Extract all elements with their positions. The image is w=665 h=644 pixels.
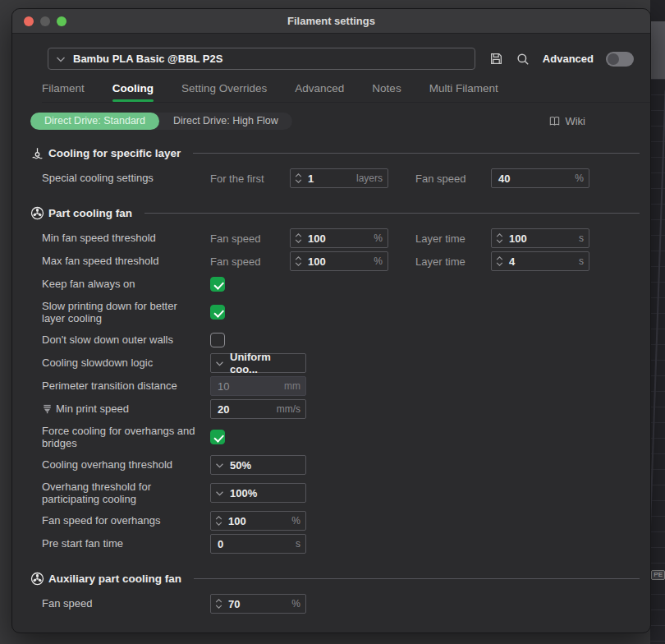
pre-start-fan-time-row: Pre start fan time 0 s [42, 532, 640, 555]
preset-combobox[interactable]: Bambu PLA Basic @BBL P2S [48, 48, 475, 70]
aux-fan-speed-spinner[interactable]: 70 % [210, 594, 306, 614]
min-fan-speed-spinner[interactable]: 100 % [290, 228, 388, 248]
perimeter-transition-row: Perimeter transition distance 10 mm [42, 375, 640, 398]
chevron-down-icon [215, 361, 224, 366]
fan-speed-overhangs-row: Fan speed for overhangs 100 % [42, 509, 640, 532]
titlebar[interactable]: Filament settings [12, 9, 650, 34]
spin-buttons[interactable] [496, 256, 503, 266]
min-print-speed-input[interactable]: 20 mm/s [210, 399, 306, 419]
perimeter-transition-input: 10 mm [210, 376, 306, 396]
section-divider [193, 153, 640, 154]
extruder-variant-selector: Direct Drive: Standard Direct Drive: Hig… [30, 113, 292, 130]
nozzle-icon [42, 403, 53, 415]
spin-buttons[interactable] [215, 516, 222, 526]
max-fan-threshold-row: Max fan speed threshold Fan speed 100 % … [42, 250, 640, 273]
spin-buttons[interactable] [215, 599, 222, 609]
advanced-toggle[interactable] [606, 52, 634, 67]
force-cooling-row: Force cooling for overhangs and bridges [42, 421, 640, 453]
tab-multi-filament[interactable]: Multi Filament [429, 82, 498, 94]
thermometer-icon [30, 146, 44, 160]
window-title: Filament settings [12, 15, 650, 27]
tab-advanced[interactable]: Advanced [295, 82, 344, 94]
tab-cooling[interactable]: Cooling [112, 82, 154, 94]
wiki-link[interactable]: Wiki [548, 115, 585, 127]
cooling-overhang-threshold-row: Cooling overhang threshold 50% [42, 453, 640, 476]
zoom-button[interactable] [57, 16, 66, 26]
section-divider [144, 213, 640, 214]
buildplate-label: PE [651, 570, 665, 580]
min-layer-time-spinner[interactable]: 100 s [491, 228, 589, 248]
spin-buttons[interactable] [295, 256, 302, 266]
save-preset-button[interactable] [489, 52, 503, 66]
spin-buttons[interactable] [295, 173, 302, 183]
background-sidebar [650, 21, 665, 79]
variant-high-flow[interactable]: Direct Drive: High Flow [159, 113, 292, 130]
max-layer-time-spinner[interactable]: 4 s [491, 251, 589, 271]
close-button[interactable] [24, 16, 34, 26]
tab-filament[interactable]: Filament [42, 82, 85, 94]
spin-buttons[interactable] [295, 233, 302, 243]
fan-icon [30, 206, 44, 220]
first-layers-fan-speed-input[interactable]: 40 % [491, 168, 589, 188]
tab-setting-overrides[interactable]: Setting Overrides [181, 82, 267, 94]
pre-start-fan-time-input[interactable]: 0 s [210, 534, 306, 554]
variant-standard[interactable]: Direct Drive: Standard [30, 113, 159, 130]
chevron-down-icon [215, 462, 224, 468]
min-print-speed-row: Min print speed 20 mm/s [42, 398, 640, 421]
keep-fan-on-row: Keep fan always on [42, 273, 640, 296]
tab-notes[interactable]: Notes [372, 82, 401, 94]
max-fan-speed-spinner[interactable]: 100 % [290, 251, 388, 271]
dont-slow-outer-walls-row: Don't slow down outer walls [42, 329, 640, 352]
dont-slow-outer-walls-checkbox[interactable] [210, 333, 225, 347]
toggle-knob [608, 53, 619, 65]
fan-icon [30, 572, 44, 586]
preset-header: Bambu PLA Basic @BBL P2S Advanced [12, 34, 650, 70]
slow-printing-checkbox[interactable] [210, 305, 225, 320]
book-icon [548, 116, 561, 126]
chevron-down-icon [56, 56, 66, 62]
tab-bar: Filament Cooling Setting Overrides Advan… [42, 82, 650, 103]
cooling-panel: Direct Drive: Standard Direct Drive: Hig… [12, 103, 650, 632]
special-cooling-settings-row: Special cooling settings For the first 1… [42, 167, 640, 190]
filament-settings-window: Filament settings Bambu PLA Basic @BBL P… [11, 8, 651, 633]
slow-printing-row: Slow printing down for better layer cool… [42, 296, 640, 329]
section-part-cooling-fan: Part cooling fan [30, 204, 640, 222]
preset-name: Bambu PLA Basic @BBL P2S [73, 53, 222, 65]
search-icon[interactable] [516, 52, 530, 67]
fan-speed-overhangs-spinner[interactable]: 100 % [210, 511, 306, 531]
cooling-overhang-threshold-dropdown[interactable]: 50% [210, 455, 306, 475]
participating-cooling-threshold-dropdown[interactable]: 100% [210, 483, 306, 503]
chevron-down-icon [215, 490, 224, 496]
advanced-label: Advanced [543, 53, 594, 65]
minimize-button [40, 16, 50, 26]
participating-cooling-threshold-row: Overhang threshold for participating coo… [42, 476, 640, 509]
cooling-slowdown-logic-dropdown[interactable]: Uniform coo... [210, 353, 306, 373]
min-fan-threshold-row: Min fan speed threshold Fan speed 100 % … [42, 227, 640, 250]
force-cooling-checkbox[interactable] [210, 430, 225, 444]
spin-buttons[interactable] [496, 233, 503, 243]
background-app-strip [650, 0, 665, 644]
wiki-label: Wiki [565, 115, 585, 127]
aux-fan-speed-row: Fan speed 70 % [42, 592, 640, 615]
first-layers-spinner[interactable]: 1 layers [290, 168, 388, 188]
keep-fan-on-checkbox[interactable] [210, 277, 225, 292]
section-divider [194, 578, 640, 579]
cooling-slowdown-logic-row: Cooling slowdown logic Uniform coo... [42, 352, 640, 375]
traffic-lights [24, 16, 66, 26]
section-cooling-specific-layer: Cooling for specific layer [30, 144, 640, 162]
section-auxiliary-fan: Auxiliary part cooling fan [30, 569, 640, 587]
